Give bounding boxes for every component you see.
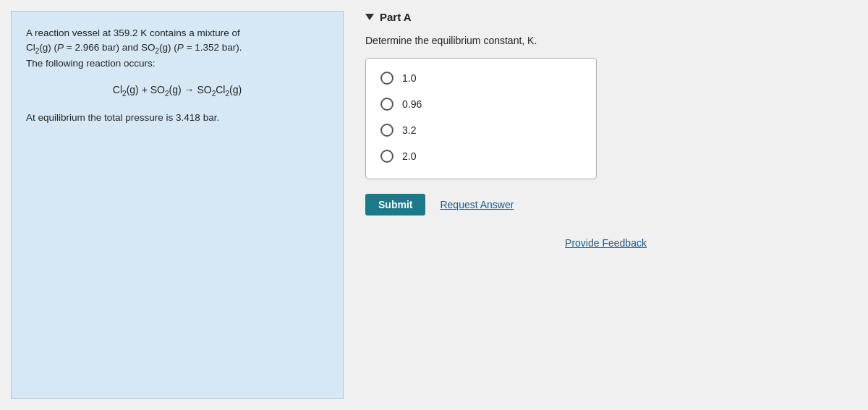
radio-3[interactable]: [380, 124, 393, 137]
option-3[interactable]: 3.2: [380, 124, 582, 137]
reaction-equation: Cl2(g) + SO2(g) → SO2Cl2(g): [26, 84, 328, 98]
problem-text: A reaction vessel at 359.2 K contains a …: [26, 26, 328, 71]
radio-2[interactable]: [380, 98, 393, 111]
option-label-3: 3.2: [402, 124, 416, 136]
problem-panel: A reaction vessel at 359.2 K contains a …: [11, 11, 344, 399]
right-panel: Part A Determine the equilibrium constan…: [344, 0, 868, 410]
option-1[interactable]: 1.0: [380, 72, 582, 85]
option-label-2: 0.96: [402, 98, 422, 110]
action-row: Submit Request Answer: [365, 194, 846, 215]
collapse-arrow-icon[interactable]: [365, 14, 374, 20]
equilibrium-text: At equilibrium the total pressure is 3.4…: [26, 111, 328, 125]
option-label-4: 2.0: [402, 150, 416, 162]
option-4[interactable]: 2.0: [380, 150, 582, 163]
request-answer-link[interactable]: Request Answer: [440, 199, 514, 210]
part-title: Part A: [380, 11, 412, 23]
radio-1[interactable]: [380, 72, 393, 85]
radio-4[interactable]: [380, 150, 393, 163]
option-2[interactable]: 0.96: [380, 98, 582, 111]
submit-button[interactable]: Submit: [365, 194, 425, 215]
question-text: Determine the equilibrium constant, K.: [365, 35, 846, 46]
provide-feedback-link[interactable]: Provide Feedback: [365, 237, 846, 249]
option-label-1: 1.0: [402, 72, 416, 84]
part-header: Part A: [365, 7, 846, 23]
answer-box: 1.0 0.96 3.2 2.0: [365, 58, 597, 179]
